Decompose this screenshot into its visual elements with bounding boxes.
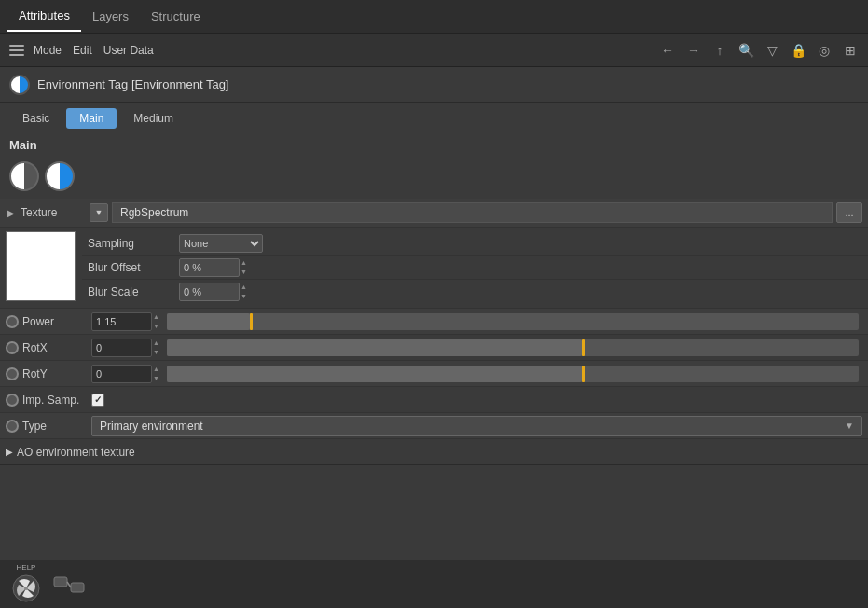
roty-radio[interactable] — [6, 367, 19, 380]
search-icon[interactable]: 🔍 — [736, 40, 756, 61]
roty-up[interactable]: ▲ — [153, 365, 159, 374]
power-up[interactable]: ▲ — [153, 312, 159, 322]
object-title: Environment Tag [Environment Tag] — [37, 77, 228, 91]
ao-label: AO environment texture — [17, 446, 135, 459]
object-icon — [9, 75, 30, 95]
filter-icon[interactable]: ▽ — [762, 40, 782, 61]
power-radio[interactable] — [6, 315, 19, 328]
toolbar-right: ← → ↑ 🔍 ▽ 🔒 ◎ ⊞ — [657, 40, 861, 61]
menu-mode[interactable]: Mode — [34, 44, 62, 57]
blur-scale-input[interactable] — [179, 283, 240, 301]
rotx-input[interactable] — [91, 339, 152, 357]
help-group: HELP — [9, 563, 43, 605]
menu-user-data[interactable]: User Data — [103, 44, 154, 57]
roty-slider[interactable] — [167, 366, 859, 382]
blur-offset-down[interactable]: ▼ — [241, 268, 247, 277]
power-input[interactable] — [91, 312, 152, 331]
toolbar: Mode Edit User Data ← → ↑ 🔍 ▽ 🔒 ◎ ⊞ — [0, 34, 868, 67]
rotx-radio[interactable] — [6, 341, 19, 354]
imp-samp-label: Imp. Samp. — [22, 394, 88, 407]
sampling-label: Sampling — [88, 237, 172, 250]
tab-layers[interactable]: Layers — [81, 2, 140, 31]
tab-attributes[interactable]: Attributes — [7, 1, 81, 32]
imp-samp-radio[interactable] — [6, 394, 19, 407]
sampling-select[interactable]: None — [179, 234, 263, 253]
texture-name[interactable]: RgbSpectrum — [112, 202, 833, 223]
menu-bar: Mode Edit User Data — [34, 44, 154, 57]
back-icon[interactable]: ← — [657, 40, 678, 61]
texture-preview[interactable] — [6, 231, 76, 301]
circle-icon[interactable]: ◎ — [814, 40, 834, 61]
type-dropdown[interactable]: Primary environment ▼ — [91, 416, 862, 436]
roty-label: RotY — [22, 367, 88, 380]
lock-icon[interactable]: 🔒 — [788, 40, 808, 61]
pipeline-icon[interactable] — [52, 568, 86, 601]
blur-scale-up[interactable]: ▲ — [241, 283, 247, 292]
tab-basic[interactable]: Basic — [9, 108, 62, 129]
tab-structure[interactable]: Structure — [140, 2, 212, 31]
roty-down[interactable]: ▼ — [153, 374, 159, 383]
power-row: Power ▲ ▼ — [0, 309, 868, 335]
ao-chevron: ▶ — [6, 447, 13, 457]
texture-props: Sampling None Blur Offset ▲ ▼ Blur Scale — [82, 228, 868, 308]
help-icon[interactable] — [9, 572, 43, 605]
blur-offset-label: Blur Offset — [88, 261, 172, 274]
power-slider[interactable] — [167, 313, 859, 330]
svg-line-4 — [67, 582, 71, 587]
material-icon-2[interactable] — [45, 161, 75, 191]
section-main-heading: Main — [0, 134, 868, 158]
roty-input[interactable] — [91, 365, 152, 383]
texture-type-dropdown[interactable]: ▼ — [90, 203, 108, 222]
ao-section-row[interactable]: ▶ AO environment texture — [0, 439, 868, 465]
svg-rect-3 — [71, 583, 84, 592]
sub-tab-bar: Basic Main Medium — [0, 103, 868, 134]
blur-scale-down[interactable]: ▼ — [241, 292, 247, 301]
texture-chevron[interactable]: ▶ — [6, 206, 17, 220]
material-icon-1[interactable] — [9, 161, 39, 191]
type-label: Type — [22, 420, 88, 433]
svg-point-1 — [24, 587, 28, 590]
rotx-up[interactable]: ▲ — [153, 339, 159, 348]
type-dropdown-arrow: ▼ — [845, 421, 854, 431]
up-icon[interactable]: ↑ — [710, 40, 730, 61]
texture-row: ▶ Texture ▼ RgbSpectrum ... — [0, 199, 868, 228]
rotx-row: RotX ▲ ▼ — [0, 335, 868, 361]
help-label: HELP — [17, 563, 36, 572]
menu-edit[interactable]: Edit — [73, 44, 92, 57]
rotx-label: RotX — [22, 341, 88, 354]
texture-label: Texture — [21, 206, 86, 219]
tab-medium[interactable]: Medium — [120, 108, 186, 129]
rotx-down[interactable]: ▼ — [153, 348, 159, 357]
bottom-bar: HELP — [0, 560, 868, 608]
type-row: Type Primary environment ▼ — [0, 413, 868, 439]
type-value: Primary environment — [100, 420, 203, 433]
blur-scale-label: Blur Scale — [88, 285, 172, 298]
tab-main[interactable]: Main — [66, 108, 117, 129]
rotx-slider[interactable] — [167, 339, 859, 356]
blur-offset-up[interactable]: ▲ — [241, 258, 247, 268]
hamburger-menu[interactable] — [7, 43, 26, 58]
top-tab-bar: Attributes Layers Structure — [0, 0, 868, 34]
power-label: Power — [22, 315, 88, 328]
roty-row: RotY ▲ ▼ — [0, 361, 868, 387]
add-icon[interactable]: ⊞ — [840, 40, 861, 61]
texture-options-btn[interactable]: ... — [836, 202, 862, 223]
svg-rect-2 — [54, 577, 67, 587]
power-down[interactable]: ▼ — [153, 322, 159, 331]
forward-icon[interactable]: → — [683, 40, 704, 61]
blur-offset-input[interactable] — [179, 258, 240, 277]
imp-samp-checkbox[interactable]: ✓ — [91, 394, 104, 407]
material-icons-row — [0, 158, 868, 199]
imp-samp-row: Imp. Samp. ✓ — [0, 387, 868, 413]
type-radio[interactable] — [6, 420, 19, 433]
title-row: Environment Tag [Environment Tag] — [0, 67, 868, 103]
